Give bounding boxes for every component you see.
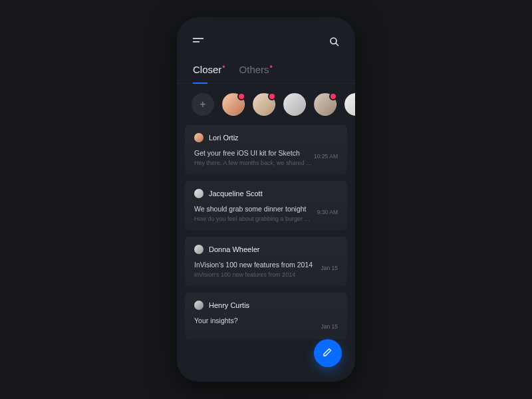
avatar [194, 301, 203, 310]
message-time: 9:30 AM [317, 209, 338, 215]
sender-name: Lori Ortiz [209, 134, 239, 142]
search-icon[interactable] [329, 37, 339, 47]
menu-icon[interactable] [193, 38, 205, 45]
tab-label: Others [239, 64, 269, 75]
message-subject: Your insights? [194, 317, 338, 325]
top-bar [177, 33, 355, 49]
message-card[interactable]: Lori Ortiz Get your free iOS UI kit for … [185, 125, 347, 174]
sender-name: Jacqueline Scott [209, 190, 263, 198]
tab-closer[interactable]: Closer• [193, 64, 225, 83]
story-avatar[interactable] [314, 93, 336, 116]
tab-label: Closer [193, 64, 221, 75]
sender-name: Henry Curtis [209, 301, 249, 309]
avatar [194, 245, 203, 254]
story-avatar[interactable] [283, 93, 306, 116]
tab-others[interactable]: Others• [239, 64, 272, 83]
story-avatar[interactable] [253, 93, 275, 116]
message-time: Jan 15 [321, 265, 338, 271]
tabs: Closer• Others• [177, 49, 355, 84]
story-avatar[interactable] [344, 93, 355, 116]
svg-line-3 [336, 43, 338, 46]
message-time: 10:25 AM [314, 153, 338, 160]
message-preview: Hey there. A few months back, we shared … [194, 160, 314, 166]
pencil-icon [323, 346, 333, 360]
story-row[interactable]: + [177, 84, 355, 125]
avatar [194, 189, 203, 198]
add-story-button[interactable]: + [192, 93, 214, 116]
message-feed[interactable]: Lori Ortiz Get your free iOS UI kit for … [177, 125, 355, 339]
svg-rect-0 [193, 38, 203, 39]
message-preview: inVision's 100 new features from 2014 [194, 271, 314, 278]
notification-dot: • [222, 63, 225, 72]
story-avatar[interactable] [222, 93, 245, 116]
message-time: Jan 15 [321, 323, 338, 330]
message-card[interactable]: Donna Wheeler InVision's 100 new feature… [185, 237, 347, 286]
message-subject: InVision's 100 new features from 2014 [194, 261, 338, 269]
message-preview: How do you feel about grabbing a burger … [194, 215, 314, 222]
story-badge [329, 92, 337, 100]
story-badge [268, 92, 276, 100]
plus-icon: + [200, 98, 205, 110]
svg-rect-1 [193, 41, 200, 43]
message-card[interactable]: Henry Curtis Your insights? Jan 15 [185, 293, 347, 339]
story-badge [237, 92, 245, 100]
avatar [194, 133, 203, 142]
message-card[interactable]: Jacqueline Scott We should grab some din… [185, 181, 347, 230]
sender-name: Donna Wheeler [209, 245, 259, 253]
phone-frame: Closer• Others• + Lori Ortiz Get your fr… [177, 17, 355, 382]
message-subject: We should grab some dinner tonight [194, 205, 338, 213]
notification-dot: • [270, 63, 273, 72]
compose-button[interactable] [314, 339, 342, 367]
